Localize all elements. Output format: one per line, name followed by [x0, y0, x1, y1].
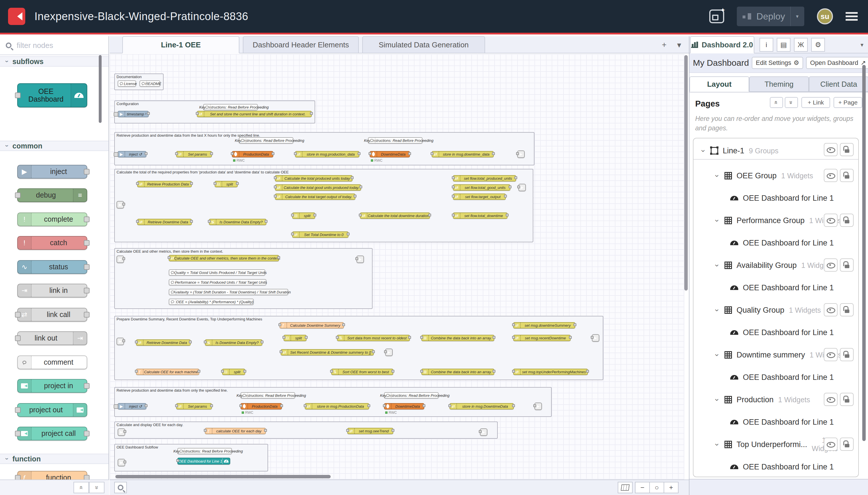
palette-node-comment[interactable]: comment — [17, 356, 87, 369]
flow-group[interactable]: Retrieve production and downtime data fr… — [114, 387, 552, 417]
flow-node-forange[interactable]: ProductionData — [241, 403, 282, 409]
deploy-button[interactable]: Deploy ▾ — [737, 6, 804, 26]
flow-node-change[interactable]: Set Recent Downtime & Downtime summery t… — [281, 349, 374, 356]
flow-node-change[interactable]: set flow.total_downtime⇄ — [453, 212, 507, 219]
deploy-options-caret[interactable]: ▾ — [790, 6, 799, 26]
flow-node-linkout[interactable]: ▶ — [592, 334, 599, 342]
tree-row-group[interactable]: ›Performance Group1 Widgets — [693, 213, 858, 228]
flow-node-linkout[interactable]: ▶ — [517, 151, 525, 158]
tree-row-widget[interactable]: OEE Dashboard for Line 1 — [693, 280, 858, 295]
avatar[interactable]: su — [817, 8, 833, 24]
palette-expand-all-button[interactable]: » — [89, 482, 104, 493]
main-menu-icon[interactable] — [846, 12, 858, 21]
canvas-search-button[interactable] — [114, 482, 127, 493]
flow-node-change[interactable]: set msg.oeeTrend⇄ — [347, 428, 393, 434]
flow-node-change[interactable]: set flow.target_output⇄ — [453, 193, 506, 200]
flow-node-change[interactable]: store in msg.DowntimeData⇄ — [450, 403, 514, 409]
inject-button[interactable] — [114, 112, 118, 117]
flow-node-sort[interactable]: Sort data from most recent to oldest⇅ — [337, 335, 410, 341]
flow-node-change[interactable]: Retrieve Downtime Data⇄ — [136, 339, 191, 346]
flow-node-linkin[interactable]: ▶ — [117, 201, 124, 208]
flow-node-comment[interactable]: README — [139, 80, 160, 87]
tree-row-widget[interactable]: OEE Dashboard for Line 1 — [693, 370, 858, 385]
flow-node-comment[interactable]: Key Instructions: Read Before Proceeding — [384, 392, 439, 398]
flow-node-switch[interactable]: Is Downtime Data Empty?≶ — [205, 339, 262, 346]
flow-node-inject[interactable]: inject ↺▶ — [118, 151, 146, 157]
chevron-down-icon[interactable]: › — [713, 442, 722, 447]
tree-row-widget[interactable]: OEE Dashboard for Line 1 — [693, 191, 858, 206]
flow-node-linkout[interactable]: ▶ — [480, 428, 487, 436]
flow-node-linkout[interactable]: ▶ — [535, 403, 542, 410]
palette-node-status[interactable]: status∿ — [17, 260, 87, 274]
chevron-down-icon[interactable]: › — [713, 352, 722, 358]
flow-node-comment[interactable]: Key Instructions: Read Before Proceeding — [239, 137, 293, 143]
tree-row-widget[interactable]: OEE Dashboard for Line 1 — [693, 325, 858, 340]
lock-toggle-button[interactable] — [840, 438, 854, 451]
tab-theming[interactable]: Theming — [749, 76, 809, 92]
flow-node-comment[interactable]: License — [118, 80, 136, 87]
zoom-reset-button[interactable]: ○ — [649, 482, 664, 493]
flow-node-change[interactable]: store in msg.production_data⇄ — [295, 151, 359, 157]
tree-row-widget[interactable]: OEE Dashboard for Line 1 — [693, 236, 858, 250]
canvas-horizontal-scrollbar[interactable] — [116, 475, 331, 478]
expand-all-button[interactable]: » — [785, 97, 798, 108]
tree-row-group[interactable]: ›Quality Group1 Widgets — [693, 303, 858, 318]
visibility-toggle-button[interactable] — [824, 214, 837, 227]
flow-node-fpeach[interactable]: Calculate OEE for each machineƒ — [136, 369, 199, 375]
tree-row-page[interactable]: ›Line-19 Groups — [693, 142, 858, 160]
flow-node-change[interactable]: Calculate OEE and other metrics, then st… — [169, 255, 279, 261]
tree-row-group[interactable]: ›Top Underperformi...1 Widgets — [693, 437, 858, 452]
palette-scrollbar[interactable] — [99, 55, 102, 123]
flow-node-sort[interactable]: Sort OEE from worst to best⇅ — [331, 369, 393, 375]
flow-node-linkin[interactable]: ▶ — [118, 428, 125, 436]
flow-node-change[interactable]: Set params⇄ — [176, 151, 212, 157]
flow-list-button[interactable]: ▾ — [673, 39, 685, 51]
chevron-down-icon[interactable]: › — [713, 173, 722, 178]
flow-node-comment[interactable]: Performance = Total Produced Units / Tot… — [169, 279, 266, 285]
lock-toggle-button[interactable] — [840, 393, 854, 406]
lock-toggle-button[interactable] — [840, 348, 854, 361]
flow-node-comment[interactable]: Quality = Total Good Units Produced / To… — [169, 269, 265, 276]
palette-collapse-all-button[interactable]: « — [73, 482, 89, 493]
tree-row-group[interactable]: ›OEE Group1 Widgets — [693, 168, 858, 183]
flow-group[interactable]: Calculate and display OEE for each day. — [114, 422, 498, 439]
lock-toggle-button[interactable] — [840, 303, 854, 317]
visibility-toggle-button[interactable] — [824, 303, 837, 317]
flow-group[interactable]: Retrieve production and downtime data fr… — [114, 132, 535, 165]
flow-node-switch[interactable]: Is Downtime Data Empty?≶ — [209, 219, 266, 225]
tree-row-widget[interactable]: OEE Dashboard for Line 1 — [693, 459, 858, 474]
chevron-down-icon[interactable]: › — [713, 397, 722, 403]
tab-dashboard-2[interactable]: Dashboard 2.0 — [690, 36, 754, 53]
info-tab-button[interactable]: i — [760, 38, 773, 52]
flow-node-change[interactable]: Calculate the total produced units today… — [275, 175, 352, 182]
palette-category-subflows[interactable]: ›subflows — [0, 56, 108, 67]
palette-node-complete[interactable]: complete! — [17, 212, 87, 226]
flow-node-change[interactable]: Set params⇄ — [176, 403, 212, 409]
flow-node-linkout[interactable]: ▶ — [518, 184, 526, 191]
sidebar-options-caret[interactable]: ▾ — [861, 41, 863, 48]
palette-node-project-out[interactable]: project out — [17, 403, 87, 417]
palette-node-project-in[interactable]: project in — [17, 379, 87, 393]
lock-toggle-button[interactable] — [840, 143, 854, 156]
flow-node-change[interactable]: Retrieve Downtime Data⇄ — [137, 219, 192, 225]
flow-tab-3[interactable]: Simulated Data Generation — [362, 36, 485, 53]
help-tab-button[interactable]: ▤ — [777, 38, 791, 52]
palette-node-project-call[interactable]: project call — [17, 427, 87, 441]
add-flow-button[interactable]: + — [658, 39, 671, 51]
tree-row-group[interactable]: ›Production1 Widgets — [693, 392, 858, 407]
flow-node-linkout[interactable]: ▶ — [357, 256, 364, 263]
flow-node-comment[interactable]: Key Instructions: Read Before Proceeding — [177, 448, 232, 454]
flow-node-forange[interactable]: DowntimeData — [384, 403, 424, 409]
visibility-toggle-button[interactable] — [824, 258, 837, 272]
flow-node-forange[interactable]: DowntimeData — [370, 151, 410, 157]
flow-node-change[interactable]: Set and store the current line and shift… — [197, 111, 312, 117]
debug-tab-button[interactable]: Ж — [794, 38, 808, 52]
flow-node-comment[interactable]: Key Instructions: Read Before Proceeding — [241, 392, 295, 398]
flow-node-change[interactable]: set msg.downtimeSummery⇄ — [513, 322, 575, 328]
flow-node-fpeach[interactable]: calculate OEE for each dayƒ — [205, 428, 266, 434]
visibility-toggle-button[interactable] — [824, 143, 837, 156]
palette-node-link-in[interactable]: link in⇥ — [17, 284, 87, 297]
tab-layout[interactable]: Layout — [690, 76, 749, 92]
flow-node-linkin[interactable]: ▶ — [117, 338, 124, 345]
palette-search[interactable] — [0, 36, 108, 55]
